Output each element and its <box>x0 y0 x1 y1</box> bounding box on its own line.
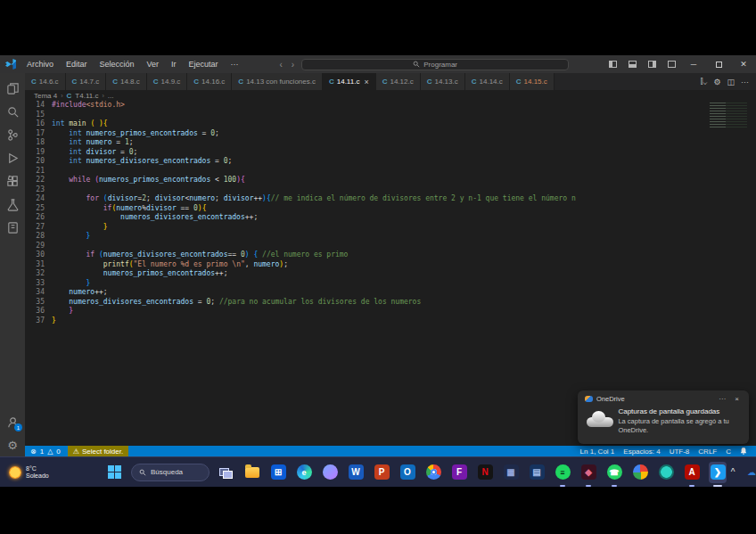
taskbar-app-google-photos[interactable] <box>631 462 649 483</box>
code-line: 35 numeros_divisores_encontrados = 0; //… <box>25 298 756 308</box>
status-item[interactable]: C <box>726 448 731 456</box>
menu-editar[interactable]: Editar <box>61 58 93 70</box>
source-control-icon[interactable] <box>2 123 23 146</box>
taskbar-app-outlook[interactable]: O <box>399 462 416 483</box>
menu-ver[interactable]: Ver <box>142 58 165 70</box>
select-folder-badge[interactable]: ⚠ Select folder. <box>68 446 128 456</box>
tab-14.11.c[interactable]: C14.11.c× <box>323 73 376 90</box>
app-tile-dark-2-icon: ▤ <box>530 464 545 480</box>
menu-ejecutar[interactable]: Ejecutar <box>184 58 224 70</box>
minimap[interactable] <box>710 103 747 129</box>
weather-widget[interactable]: 8°C Soleado <box>0 465 98 480</box>
run-debug-icon[interactable] <box>2 146 23 169</box>
tab-14.14.c[interactable]: C14.14.c <box>465 73 510 90</box>
taskbar-app-microsoft-store[interactable]: ⊞ <box>269 462 287 483</box>
taskbar-app-start[interactable] <box>105 462 123 483</box>
explorer-icon[interactable] <box>2 77 23 100</box>
taskbar-app-word[interactable]: W <box>347 462 365 483</box>
code-text: while (numeros_primos_encontrados < 100)… <box>52 176 245 185</box>
taskbar-app-spotify[interactable]: ≡ <box>554 462 571 483</box>
problems-indicator[interactable]: ⊗ 1 △ 0 <box>25 448 61 456</box>
tab-close-icon[interactable]: × <box>364 78 368 86</box>
status-item[interactable]: UTF-8 <box>670 448 690 456</box>
taskbar-app-powerpoint[interactable]: P <box>373 462 390 483</box>
notification-more-icon[interactable]: ··· <box>716 395 728 403</box>
taskbar-app-whatsapp[interactable]: ☎ <box>605 462 623 483</box>
taskbar-app-copilot[interactable] <box>321 462 339 483</box>
tab-14.7.c[interactable]: C14.7.c <box>66 73 107 90</box>
outlook-icon: O <box>400 464 415 480</box>
status-bar-right: Ln 1, Col 1Espacios: 4UTF-8CRLFC <box>580 447 756 456</box>
taskbar-app-edge[interactable]: e <box>295 462 313 483</box>
status-item[interactable]: Ln 1, Col 1 <box>580 448 615 456</box>
c-language-icon: C <box>153 78 159 86</box>
tab-14.16.c[interactable]: C14.16.c <box>187 73 232 90</box>
split-editor-icon[interactable]: ⫿⌄ <box>701 77 708 86</box>
tab-14.13.c[interactable]: C14.13.c <box>421 73 465 90</box>
testing-icon[interactable] <box>2 193 23 216</box>
breadcrumb-item[interactable]: ... <box>108 92 114 100</box>
taskbar-app-app-tile-dark-1[interactable]: ▦ <box>502 462 520 483</box>
tab-14.6.c[interactable]: C14.6.c <box>25 73 66 90</box>
tab-14.12.c[interactable]: C14.12.c <box>376 73 421 90</box>
code-line: 32 numeros_primos_encontrados++; <box>25 269 756 279</box>
taskbar-search-box[interactable]: Búsqueda <box>131 464 210 481</box>
breadcrumb-item[interactable]: Tema 4 <box>34 92 57 100</box>
editor-layout-icon[interactable]: ◫ <box>727 78 735 86</box>
onedrive-icon <box>585 396 593 402</box>
code-line: 26 numeros_divisores_encontrados++; <box>25 213 756 223</box>
toggle-panel-icon[interactable] <box>622 56 642 72</box>
menu-···[interactable]: ··· <box>226 58 244 70</box>
customize-layout-icon[interactable] <box>662 56 681 72</box>
tab-14.15.c[interactable]: C14.15.c <box>510 73 555 90</box>
taskbar-app-teal-circle-app[interactable] <box>657 462 675 483</box>
taskbar-app-chrome[interactable] <box>424 462 442 483</box>
menu-selección[interactable]: Selección <box>94 58 140 70</box>
taskbar-app-task-view[interactable] <box>218 462 235 483</box>
menu-ir[interactable]: Ir <box>166 58 182 70</box>
taskbar-app-vscode[interactable]: ❯ <box>709 462 727 483</box>
taskbar-app-app-tile-dark-3[interactable]: ◆ <box>579 462 597 483</box>
taskbar: 8°C Soleado Búsqueda⊞eWPOFN▦▤≡◆☎A❯ ^☁☁✎ … <box>0 456 756 487</box>
code-text: numeros_primos_encontrados++; <box>52 269 227 279</box>
tab-label: 14.16.c <box>201 78 225 86</box>
taskbar-app-file-explorer[interactable] <box>243 462 261 483</box>
restore-button[interactable] <box>706 55 731 73</box>
tab-14.9.c[interactable]: C14.9.c <box>147 73 188 90</box>
settings-icon[interactable]: ⚙ <box>2 433 23 456</box>
tab-bar: C14.6.cC14.7.cC14.8.cC14.9.cC14.16.cC14.… <box>25 73 756 90</box>
notification-body[interactable]: Capturas de pantalla guardadas La captur… <box>585 407 742 434</box>
notification-close-icon[interactable]: × <box>732 395 742 403</box>
forward-arrow-icon[interactable]: › <box>290 60 296 70</box>
toggle-secondary-sidebar-icon[interactable] <box>642 56 662 72</box>
tab-14.8.c[interactable]: C14.8.c <box>106 73 147 90</box>
search-icon[interactable] <box>2 100 23 123</box>
account-icon[interactable]: 1 <box>2 410 23 433</box>
status-item[interactable]: Espacios: 4 <box>623 448 660 456</box>
remote-explorer-icon[interactable] <box>2 216 23 239</box>
menu-archivo[interactable]: Archivo <box>21 58 59 70</box>
breadcrumb[interactable]: Tema 4›CT4.11.c›... <box>25 90 756 101</box>
taskbar-app-search[interactable]: Búsqueda <box>131 462 210 483</box>
taskbar-app-acrobat[interactable]: A <box>683 462 701 483</box>
settings-gear-icon[interactable]: ⚙ <box>713 78 720 86</box>
breadcrumb-item[interactable]: T4.11.c <box>75 92 98 100</box>
command-search-box[interactable]: Programar <box>301 59 569 70</box>
close-button[interactable]: ✕ <box>731 55 756 73</box>
taskbar-app-netflix[interactable]: N <box>476 462 494 483</box>
minimize-button[interactable]: ─ <box>681 55 706 73</box>
status-item[interactable]: CRLF <box>698 448 717 456</box>
back-arrow-icon[interactable]: ‹ <box>277 60 284 70</box>
taskbar-app-f-app[interactable]: F <box>450 462 468 483</box>
taskbar-app-app-tile-dark-2[interactable]: ▤ <box>528 462 546 483</box>
line-number: 33 <box>25 279 52 289</box>
code-line: 25 if(numero%divisor == 0){ <box>25 204 756 214</box>
more-actions-icon[interactable]: ··· <box>741 78 749 86</box>
extensions-icon[interactable] <box>2 169 23 193</box>
onedrive-cloud-icon[interactable]: ☁ <box>745 467 756 477</box>
c-language-icon: C <box>329 78 334 86</box>
tab-14.13-con-funciones.c[interactable]: C14.13 con funciones.c <box>232 73 323 90</box>
tray-chevron-icon[interactable]: ^ <box>727 467 739 477</box>
bell-icon[interactable] <box>740 447 747 456</box>
toggle-sidebar-icon[interactable] <box>603 56 622 72</box>
